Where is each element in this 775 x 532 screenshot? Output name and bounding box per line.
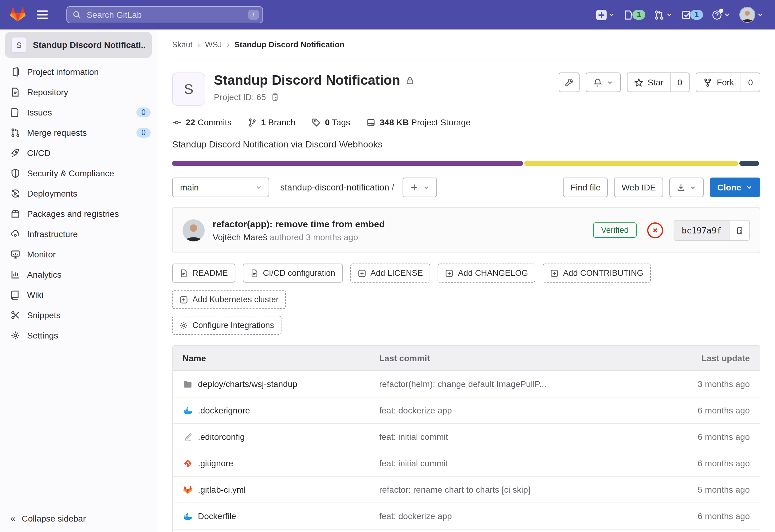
- issues-count-pill: 0: [136, 107, 151, 117]
- sidebar-item-monitor[interactable]: Monitor: [0, 244, 157, 264]
- sidebar-item-cicd[interactable]: CI/CD: [0, 143, 157, 163]
- sidebar-item-project-information[interactable]: Project information: [0, 61, 157, 82]
- sidebar-item-label: Deployments: [27, 188, 77, 198]
- fork-button[interactable]: Fork: [696, 73, 741, 92]
- user-avatar: [739, 7, 755, 23]
- sidebar-item-issues[interactable]: Issues 0: [0, 102, 157, 122]
- star-label: Star: [648, 77, 663, 87]
- merge-requests-count-pill: 0: [136, 127, 151, 137]
- add-kubernetes-label: Add Kubernetes cluster: [192, 295, 279, 304]
- todos-nav-button[interactable]: 1: [680, 8, 704, 22]
- sidebar-item-deployments[interactable]: Deployments: [0, 183, 157, 203]
- file-name-link[interactable]: Dockerfile: [198, 511, 236, 521]
- commit-message-link[interactable]: refactor(helm): change default ImagePull…: [379, 379, 546, 389]
- tags-stat[interactable]: 0 Tags: [311, 117, 350, 127]
- new-menu-button[interactable]: [595, 8, 617, 22]
- sidebar-item-wiki[interactable]: Wiki: [0, 284, 157, 305]
- fork-count[interactable]: 0: [741, 73, 760, 92]
- configure-integrations-button[interactable]: Configure Integrations: [172, 316, 281, 335]
- quick-actions-row-1: README CI/CD configuration Add LICENSE: [172, 264, 760, 309]
- package-icon: [10, 209, 20, 218]
- copy-project-id-button[interactable]: [270, 93, 279, 101]
- star-button[interactable]: Star: [627, 73, 670, 92]
- merge-requests-nav-button[interactable]: [653, 8, 674, 22]
- gear-icon: [179, 321, 188, 330]
- sidebar-item-settings[interactable]: Settings: [0, 325, 157, 345]
- global-search[interactable]: /: [66, 6, 263, 23]
- hamburger-menu-icon[interactable]: [34, 8, 50, 22]
- commits-stat[interactable]: 22 Commits: [172, 117, 231, 127]
- project-information-icon: [10, 67, 20, 76]
- add-kubernetes-cluster-button[interactable]: Add Kubernetes cluster: [172, 290, 286, 309]
- sidebar-item-infrastructure[interactable]: Infrastructure: [0, 224, 157, 244]
- sidebar-item-security-compliance[interactable]: Security & Compliance: [0, 163, 157, 183]
- last-update: 6 months ago: [661, 405, 760, 415]
- commit-message-link[interactable]: feat: dockerize app: [379, 405, 452, 415]
- file-name-link[interactable]: .dockerignore: [198, 405, 250, 415]
- last-commit-box: refactor(app): remove time from embed Vo…: [172, 207, 760, 253]
- stat-label: Project Storage: [411, 117, 471, 127]
- stat-value: 348 KB: [380, 117, 409, 127]
- cicd-configuration-button[interactable]: CI/CD configuration: [243, 264, 343, 283]
- branch-selector[interactable]: main: [172, 178, 269, 197]
- add-license-button[interactable]: Add LICENSE: [350, 264, 430, 283]
- add-contributing-button[interactable]: Add CONTRIBUTING: [543, 264, 651, 283]
- file-name-link[interactable]: .gitignore: [198, 458, 233, 468]
- file-name-link[interactable]: deploy/charts/wsj-standup: [198, 379, 297, 389]
- file-name-link[interactable]: .gitlab-ci.yml: [198, 485, 246, 495]
- notifications-bell-button[interactable]: [585, 72, 620, 92]
- pipeline-failed-icon[interactable]: [647, 222, 663, 238]
- sidebar-item-packages-registries[interactable]: Packages and registries: [0, 203, 157, 224]
- sidebar-item-analytics[interactable]: Analytics: [0, 264, 157, 284]
- commit-title-link[interactable]: refactor(app): remove time from embed: [213, 218, 385, 229]
- star-button-group[interactable]: Star 0: [627, 72, 690, 92]
- main-content: Skaut WSJ Standup Discord Notification S…: [157, 29, 775, 532]
- verified-badge[interactable]: Verified: [593, 222, 637, 238]
- help-menu-button[interactable]: [710, 8, 732, 22]
- commit-message-link[interactable]: refactor: rename chart to charts [ci ski…: [379, 485, 530, 495]
- file-name-link[interactable]: .editorconfig: [198, 432, 245, 442]
- page-title: Standup Discord Notification: [214, 72, 400, 88]
- commit-author-avatar[interactable]: [182, 219, 205, 241]
- add-file-dropdown-button[interactable]: [403, 178, 437, 197]
- plus-square-icon: [357, 269, 366, 277]
- copy-sha-button[interactable]: [729, 220, 749, 240]
- top-navbar: / 1: [0, 0, 775, 29]
- stat-label: Branch: [268, 117, 295, 127]
- download-button[interactable]: [669, 178, 704, 197]
- bell-icon: [593, 78, 602, 87]
- collapse-sidebar-button[interactable]: Collapse sidebar: [10, 513, 86, 523]
- last-update: 5 months ago: [661, 485, 760, 495]
- user-menu-button[interactable]: [738, 5, 765, 25]
- plus-square-icon: [596, 10, 607, 20]
- commit-message-link[interactable]: feat: dockerize app: [379, 511, 452, 521]
- disk-icon: [366, 118, 375, 127]
- breadcrumb-group[interactable]: Skaut: [172, 40, 193, 49]
- sidebar-project-context[interactable]: S Standup Discord Notificati...: [5, 32, 152, 58]
- gitlab-logo-icon[interactable]: [10, 7, 26, 23]
- sidebar-item-repository[interactable]: Repository: [0, 82, 157, 102]
- repo-path[interactable]: standup-discord-notification: [280, 182, 394, 192]
- fork-button-group[interactable]: Fork 0: [696, 72, 760, 92]
- add-changelog-button[interactable]: Add CHANGELOG: [438, 264, 535, 283]
- readme-label: README: [192, 268, 228, 278]
- commit-author-link[interactable]: Vojtěch Mareš: [213, 232, 267, 242]
- sidebar-item-snippets[interactable]: Snippets: [0, 305, 157, 325]
- search-input[interactable]: [85, 9, 244, 20]
- sidebar-item-merge-requests[interactable]: Merge requests 0: [0, 122, 157, 143]
- breadcrumb-subgroup[interactable]: WSJ: [205, 40, 222, 49]
- project-settings-wrench-button[interactable]: [558, 72, 579, 92]
- commit-message-link[interactable]: feat: initial commit: [379, 432, 448, 442]
- find-file-button[interactable]: Find file: [563, 178, 608, 197]
- last-update: 6 months ago: [661, 432, 760, 442]
- readme-button[interactable]: README: [172, 264, 235, 283]
- clone-button[interactable]: Clone: [710, 178, 760, 197]
- storage-stat[interactable]: 348 KB Project Storage: [366, 117, 471, 127]
- star-count[interactable]: 0: [670, 73, 689, 92]
- last-update: 6 months ago: [661, 458, 760, 468]
- issues-nav-button[interactable]: 1: [623, 8, 647, 22]
- branches-stat[interactable]: 1 Branch: [247, 117, 295, 127]
- chevron-down-icon: [255, 184, 262, 191]
- web-ide-button[interactable]: Web IDE: [614, 178, 663, 197]
- commit-message-link[interactable]: feat: initial commit: [379, 458, 448, 468]
